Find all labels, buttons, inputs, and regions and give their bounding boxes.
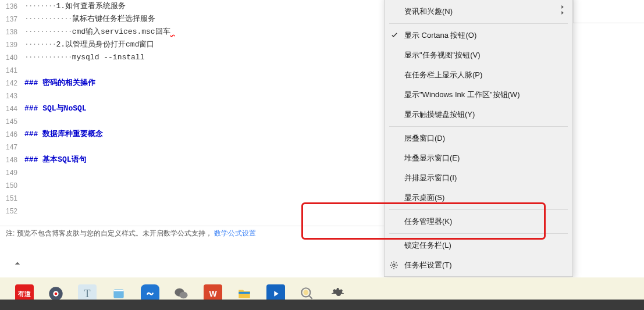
line-number: 146	[0, 128, 24, 141]
menu-item[interactable]: 在任务栏上显示人脉(P)	[385, 65, 572, 85]
menu-item-label: 锁定任务栏(L)	[404, 240, 451, 251]
line-content: ### 数据库种重要概念	[24, 128, 103, 141]
svg-rect-7	[239, 292, 250, 294]
menu-item-label: 资讯和兴趣(N)	[404, 6, 453, 17]
menu-item[interactable]: 锁定任务栏(L)	[385, 236, 572, 255]
line-number: 147	[0, 141, 24, 154]
right-panel	[573, 0, 644, 23]
menu-item-label: 显示桌面(S)	[404, 193, 444, 203]
line-number: 143	[0, 90, 24, 102]
menu-item[interactable]: 任务栏设置(T)	[385, 255, 572, 275]
line-number: 138	[0, 26, 24, 38]
menu-item-label: 并排显示窗口(I)	[404, 173, 457, 183]
editor-line[interactable]: 137············鼠标右键任务栏选择服务	[0, 13, 390, 26]
line-content: ········1.如何查看系统服务	[24, 0, 126, 13]
line-number: 149	[0, 166, 24, 179]
editor-line[interactable]: 152	[0, 205, 390, 218]
menu-item[interactable]: 显示 Cortana 按钮(O)	[385, 26, 572, 45]
menu-item[interactable]: 资讯和兴趣(N)	[385, 2, 572, 22]
line-number: 142	[0, 77, 24, 90]
menu-item-label: 堆叠显示窗口(E)	[404, 153, 460, 163]
line-number: 144	[0, 102, 24, 115]
gear-icon	[389, 261, 399, 272]
menu-item-label: 显示 Cortana 按钮(O)	[404, 30, 476, 41]
expand-arrow-icon[interactable]	[12, 258, 24, 270]
note-bar: 注: 预览不包含博客皮肤与您的自定义样式。未开启数学公式支持， 数学公式设置	[0, 226, 390, 241]
menu-item-label: 显示"任务视图"按钮(V)	[404, 50, 481, 60]
editor-line[interactable]: 141	[0, 64, 390, 77]
menu-item-label: 任务栏设置(T)	[404, 260, 452, 270]
menu-separator	[389, 233, 568, 234]
menu-separator	[389, 209, 568, 210]
editor-line[interactable]: 138············cmd输入services.msc回车	[0, 26, 390, 38]
line-content: ### 密码的相关操作	[24, 77, 95, 90]
menu-item-label: 在任务栏上显示人脉(P)	[404, 70, 482, 80]
line-content: ········2.以管理员身份打开cmd窗口	[24, 38, 154, 51]
line-number: 145	[0, 115, 24, 128]
menu-item[interactable]: 显示桌面(S)	[385, 188, 572, 208]
menu-item[interactable]: 显示触摸键盘按钮(Y)	[385, 105, 572, 124]
line-content: ············鼠标右键任务栏选择服务	[24, 13, 155, 26]
svg-point-9	[304, 290, 309, 295]
line-number: 150	[0, 179, 24, 192]
menu-item[interactable]: 堆叠显示窗口(E)	[385, 148, 572, 168]
menu-separator	[389, 23, 568, 24]
menu-item[interactable]: 并排显示窗口(I)	[385, 168, 572, 188]
line-number: 152	[0, 205, 24, 218]
editor-line[interactable]: 146### 数据库种重要概念	[0, 128, 390, 141]
editor-line[interactable]: 148### 基本SQL语句	[0, 154, 390, 166]
math-settings-link[interactable]: 数学公式设置	[214, 229, 256, 237]
editor-line[interactable]: 144### SQL与NoSQL	[0, 102, 390, 115]
line-number: 139	[0, 38, 24, 51]
editor-line[interactable]: 150	[0, 179, 390, 192]
menu-item[interactable]: 显示"Windows Ink 工作区"按钮(W)	[385, 85, 572, 105]
windows-taskbar[interactable]	[0, 300, 644, 310]
svg-point-6	[180, 292, 188, 299]
line-number: 137	[0, 13, 24, 26]
line-content: ············mysqld --install	[24, 51, 144, 64]
line-content: ············cmd输入services.msc回车	[24, 26, 175, 38]
editor-line[interactable]: 147	[0, 141, 390, 154]
editor-line[interactable]: 140············mysqld --install	[0, 51, 390, 64]
svg-point-3	[55, 293, 58, 295]
menu-item-label: 显示触摸键盘按钮(Y)	[404, 109, 475, 120]
check-icon	[390, 31, 399, 41]
line-number: 141	[0, 64, 24, 77]
line-number: 140	[0, 51, 24, 64]
menu-item[interactable]: 层叠窗口(D)	[385, 129, 572, 148]
editor-line[interactable]: 136········1.如何查看系统服务	[0, 0, 390, 13]
editor-line[interactable]: 143	[0, 90, 390, 102]
editor-line[interactable]: 145	[0, 115, 390, 128]
line-number: 148	[0, 154, 24, 166]
editor-line[interactable]: 151	[0, 192, 390, 205]
svg-point-0	[393, 264, 395, 266]
line-number: 151	[0, 192, 24, 205]
editor-line[interactable]: 142### 密码的相关操作	[0, 77, 390, 90]
line-content: ### SQL与NoSQL	[24, 102, 87, 115]
editor-line[interactable]: 139········2.以管理员身份打开cmd窗口	[0, 38, 390, 51]
menu-separator	[389, 126, 568, 127]
taskbar-context-menu: 资讯和兴趣(N)显示 Cortana 按钮(O)显示"任务视图"按钮(V)在任务…	[384, 0, 573, 277]
line-content: ### 基本SQL语句	[24, 154, 87, 166]
menu-item-label: 层叠窗口(D)	[404, 133, 445, 144]
menu-item-label: 任务管理器(K)	[404, 216, 452, 227]
note-text: 注: 预览不包含博客皮肤与您的自定义样式。未开启数学公式支持，	[6, 229, 212, 237]
menu-item[interactable]: 任务管理器(K)	[385, 212, 572, 231]
menu-item-label: 显示"Windows Ink 工作区"按钮(W)	[404, 90, 520, 100]
code-editor[interactable]: 136········1.如何查看系统服务137············鼠标右键…	[0, 0, 390, 226]
menu-item[interactable]: 显示"任务视图"按钮(V)	[385, 45, 572, 65]
editor-line[interactable]: 149	[0, 166, 390, 179]
line-number: 136	[0, 0, 24, 13]
submenu-arrow-icon	[560, 9, 565, 17]
